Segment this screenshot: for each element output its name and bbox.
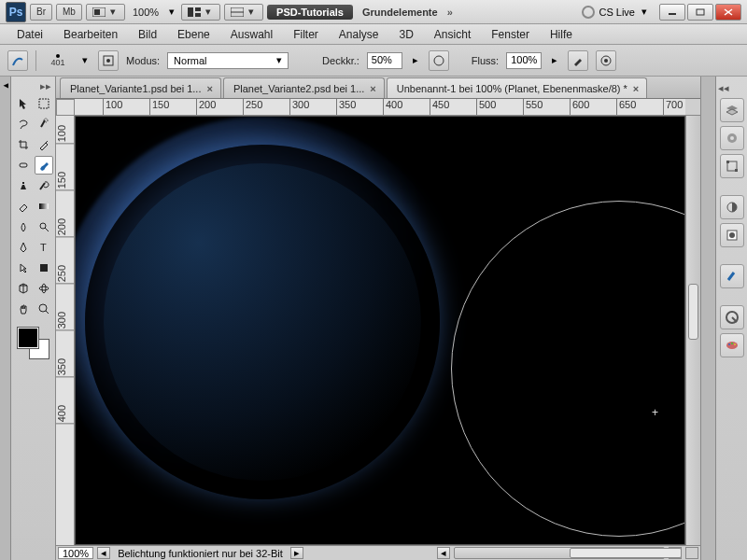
color-swatch[interactable] — [18, 328, 49, 359]
dodge-tool[interactable] — [35, 217, 53, 236]
color-panel-icon[interactable] — [720, 333, 744, 357]
lasso-tool[interactable] — [14, 115, 33, 133]
blend-mode-select[interactable]: Normal ▾ — [167, 52, 289, 69]
minibridge-chip[interactable]: Mb — [56, 4, 82, 21]
menu-auswahl[interactable]: Auswahl — [221, 25, 282, 44]
bridge-chip[interactable]: Br — [30, 4, 52, 21]
brush-picker-dropdown[interactable]: ▾ — [79, 54, 91, 66]
zoom-field[interactable]: 100% — [58, 547, 93, 559]
shape-tool[interactable] — [35, 259, 53, 277]
pressure-opacity-icon[interactable] — [429, 50, 449, 71]
ruler-tick: 150 — [56, 172, 74, 190]
menu-hilfe[interactable]: Hilfe — [541, 25, 582, 44]
quick-select-tool[interactable] — [35, 115, 53, 133]
workspace-pill[interactable]: PSD-Tutorials — [267, 5, 353, 20]
hscroll-left-icon[interactable]: ◂ — [437, 547, 450, 559]
tab-doc-2[interactable]: Unbenannt-1 bei 100% (Planet, Ebenenmask… — [387, 77, 648, 98]
cslive-ring-icon — [582, 6, 595, 19]
left-collapse-gutter[interactable]: ▸ — [0, 77, 11, 560]
airbrush-icon[interactable] — [568, 50, 588, 71]
minimize-button[interactable] — [659, 4, 685, 21]
tool-preset-icon[interactable] — [7, 50, 28, 71]
path-select-tool[interactable] — [14, 259, 33, 277]
menu-datei[interactable]: Datei — [7, 25, 52, 44]
tab-close-icon[interactable]: × — [370, 83, 375, 94]
ruler-tick: 700 — [663, 99, 683, 115]
svg-line-21 — [45, 228, 49, 231]
zoom-tool[interactable] — [35, 300, 53, 318]
blend-mode-value: Normal — [174, 55, 206, 66]
clone-stamp-tool[interactable] — [14, 176, 33, 195]
brush-tool[interactable] — [35, 156, 53, 175]
svg-rect-32 — [735, 169, 738, 172]
resize-grip[interactable] — [685, 547, 698, 559]
crop-tool[interactable] — [14, 135, 33, 154]
brush-presets-panel-icon[interactable] — [720, 264, 744, 288]
gradient-tool[interactable] — [35, 197, 53, 216]
chevrons-icon[interactable]: » — [447, 7, 453, 18]
screen-mode-chip[interactable]: ▾ — [86, 4, 125, 21]
vertical-scrollbar[interactable] — [685, 116, 700, 545]
tab-close-icon[interactable]: × — [633, 83, 639, 94]
layers-panel-icon[interactable] — [720, 98, 744, 122]
flow-drop-icon[interactable]: ▸ — [549, 54, 560, 66]
dock-collapse-icon[interactable]: ◂◂ — [716, 82, 747, 94]
menu-ebene[interactable]: Ebene — [168, 25, 219, 44]
paths-panel-icon[interactable] — [720, 154, 744, 178]
swatches-panel-icon[interactable] — [720, 305, 744, 329]
extras-chip[interactable]: ▾ — [224, 4, 263, 21]
eyedropper-tool[interactable] — [35, 135, 53, 154]
canvas[interactable]: + — [75, 116, 685, 545]
brush-preview[interactable]: 401 — [44, 54, 72, 67]
menu-filter[interactable]: Filter — [284, 25, 328, 44]
brush-panel-toggle-icon[interactable] — [98, 50, 119, 71]
ruler-vertical[interactable]: 100 150 200 250 300 350 400 — [56, 116, 75, 545]
menu-fenster[interactable]: Fenster — [482, 25, 539, 44]
history-brush-tool[interactable] — [35, 176, 53, 195]
status-prev-icon[interactable]: ◂ — [97, 547, 110, 559]
move-tool[interactable] — [14, 94, 33, 113]
3d-rotate-tool[interactable] — [14, 279, 33, 298]
ruler-tick: 350 — [56, 358, 74, 377]
ruler-horizontal[interactable]: 100 150 200 250 300 350 400 450 500 550 … — [75, 99, 685, 116]
tab-close-icon[interactable]: × — [206, 83, 212, 94]
3d-orbit-tool[interactable] — [35, 279, 53, 298]
masks-panel-icon[interactable] — [720, 223, 744, 247]
foreground-color-swatch[interactable] — [18, 328, 38, 348]
flow-input[interactable]: 100% — [506, 52, 542, 69]
channels-panel-icon[interactable] — [720, 126, 744, 150]
pressure-size-icon[interactable] — [596, 50, 616, 71]
hand-tool[interactable] — [14, 300, 33, 318]
toolbox-collapse-icon[interactable]: ▸▸ — [13, 80, 53, 92]
adjustments-panel-icon[interactable] — [720, 195, 744, 219]
zoom-dropdown-icon[interactable]: ▾ — [166, 6, 177, 18]
type-tool[interactable]: T — [35, 238, 53, 257]
menu-ansicht[interactable]: Ansicht — [425, 25, 480, 44]
svg-point-26 — [39, 304, 47, 312]
menu-analyse[interactable]: Analyse — [330, 25, 388, 44]
arrange-chip[interactable]: ▾ — [181, 4, 220, 21]
menu-bild[interactable]: Bild — [129, 25, 166, 44]
marquee-tool[interactable] — [35, 94, 53, 113]
scrollbar-thumb[interactable] — [688, 284, 698, 340]
ruler-tick: 100 — [56, 125, 74, 144]
workspace-secondary[interactable]: Grundelemente — [357, 7, 444, 18]
zoom-level[interactable]: 100% — [129, 7, 162, 18]
eraser-tool[interactable] — [14, 197, 33, 216]
blur-tool[interactable] — [14, 217, 33, 236]
close-button[interactable] — [715, 4, 741, 21]
scrollbar-thumb[interactable] — [570, 548, 682, 558]
cs-live[interactable]: CS Live ▾ — [576, 6, 655, 19]
menu-3d[interactable]: 3D — [390, 25, 423, 44]
tab-doc-1[interactable]: Planet_Variante2.psd bei 1...× — [223, 77, 385, 98]
brush-size-value: 401 — [50, 58, 64, 67]
horizontal-scrollbar[interactable] — [454, 547, 665, 559]
maximize-button[interactable] — [687, 4, 713, 21]
menu-bearbeiten[interactable]: Bearbeiten — [54, 25, 127, 44]
opacity-drop-icon[interactable]: ▸ — [410, 54, 421, 66]
healing-brush-tool[interactable] — [14, 156, 33, 175]
pen-tool[interactable] — [14, 238, 33, 257]
status-next-icon[interactable]: ▸ — [290, 547, 303, 559]
opacity-input[interactable]: 50% — [367, 52, 402, 69]
tab-doc-0[interactable]: Planet_Variante1.psd bei 1...× — [60, 77, 221, 98]
